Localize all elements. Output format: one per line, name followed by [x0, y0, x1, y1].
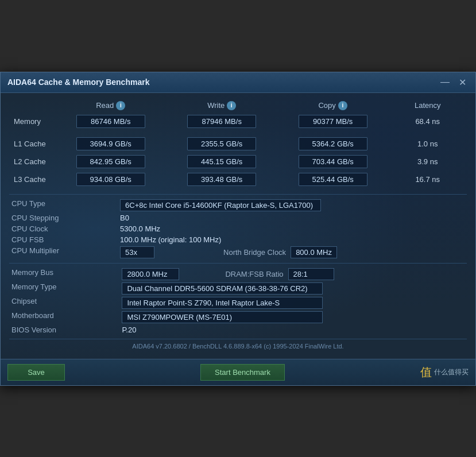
- bench-latency-2: 3.9 ns: [405, 157, 451, 166]
- bench-copy-3: 525.44 GB/s: [299, 173, 367, 186]
- bench-label-1: L1 Cache: [9, 135, 55, 153]
- bench-latency-1: 1.0 ns: [405, 140, 451, 148]
- north-bridge-clock-label: North Bridge Clock: [223, 248, 286, 257]
- bench-label-0: Memory: [9, 113, 55, 130]
- north-bridge-clock-value: 800.0 MHz: [291, 246, 337, 258]
- motherboard-value: MSI Z790MPOWER (MS-7E01): [122, 311, 323, 323]
- col-latency: Latency: [388, 99, 467, 113]
- cpu-stepping-value: B0: [120, 214, 129, 222]
- cpu-fsb-value: 100.0 MHz (original: 100 MHz): [120, 235, 221, 244]
- bench-label-3: L3 Cache: [9, 171, 55, 188]
- bench-label-2: L2 Cache: [9, 153, 55, 171]
- bench-row-0: Memory86746 MB/s87946 MB/s90377 MB/s68.4…: [9, 113, 467, 130]
- close-button[interactable]: ✕: [456, 77, 469, 88]
- benchmark-table: Read i Write i Copy i: [9, 99, 467, 188]
- dram-fsb-label: DRAM:FSB Ratio: [225, 270, 283, 278]
- cpu-clock-value: 5300.0 MHz: [120, 224, 160, 233]
- cpu-type-value: 6C+8c Intel Core i5-14600KF (Raptor Lake…: [120, 199, 321, 211]
- bios-row: BIOS Version P.20: [9, 324, 467, 335]
- minimize-button[interactable]: —: [438, 77, 452, 87]
- divider-2: [9, 263, 467, 264]
- col-read: Read i: [55, 99, 166, 113]
- cpu-stepping-row: CPU Stepping B0: [9, 212, 467, 223]
- bottom-bar: Save Start Benchmark 值 什么值得买: [1, 359, 475, 385]
- bench-row-3: L3 Cache934.08 GB/s393.48 GB/s525.44 GB/…: [9, 171, 467, 188]
- memory-bus-row: Memory Bus 2800.0 MHz DRAM:FSB Ratio 28:…: [9, 267, 467, 281]
- cpu-multiplier-row: CPU Multiplier 53x North Bridge Clock 80…: [9, 245, 467, 260]
- title-bar: AIDA64 Cache & Memory Benchmark — ✕: [1, 72, 475, 93]
- col-write: Write i: [166, 99, 277, 113]
- window-title: AIDA64 Cache & Memory Benchmark: [7, 78, 149, 87]
- bench-write-2: 445.15 GB/s: [187, 155, 256, 168]
- bench-latency-3: 16.7 ns: [405, 175, 451, 184]
- main-window: AIDA64 Cache & Memory Benchmark — ✕ Read…: [0, 72, 476, 386]
- write-info-icon[interactable]: i: [227, 101, 236, 110]
- bench-latency-0: 68.4 ns: [405, 117, 451, 126]
- chipset-row: Chipset Intel Raptor Point-S Z790, Intel…: [9, 296, 467, 310]
- motherboard-row: Motherboard MSI Z790MPOWER (MS-7E01): [9, 310, 467, 324]
- col-copy: Copy i: [277, 99, 388, 113]
- cpu-fsb-row: CPU FSB 100.0 MHz (original: 100 MHz): [9, 234, 467, 245]
- bench-read-1: 3694.9 GB/s: [76, 137, 145, 150]
- divider-1: [9, 194, 467, 195]
- bench-copy-1: 5364.2 GB/s: [299, 137, 367, 150]
- watermark-text: 什么值得买: [434, 367, 469, 377]
- cpu-type-row: CPU Type 6C+8c Intel Core i5-14600KF (Ra…: [9, 198, 467, 212]
- bench-row-1: L1 Cache3694.9 GB/s2355.5 GB/s5364.2 GB/…: [9, 135, 467, 153]
- memory-bus-value: 2800.0 MHz: [122, 268, 179, 280]
- bios-value: P.20: [122, 326, 136, 334]
- memory-info-table: Memory Bus 2800.0 MHz DRAM:FSB Ratio 28:…: [9, 267, 467, 335]
- bench-copy-2: 703.44 GB/s: [299, 155, 367, 168]
- bench-read-3: 934.08 GB/s: [76, 173, 145, 186]
- start-benchmark-button[interactable]: Start Benchmark: [200, 364, 285, 381]
- main-content: Read i Write i Copy i: [1, 93, 475, 359]
- window-controls: — ✕: [438, 77, 469, 88]
- bench-write-3: 393.48 GB/s: [187, 173, 256, 186]
- memory-type-value: Dual Channel DDR5-5600 SDRAM (36-38-38-7…: [122, 282, 323, 295]
- cpu-info-table: CPU Type 6C+8c Intel Core i5-14600KF (Ra…: [9, 198, 467, 260]
- watermark: 值 什么值得买: [420, 365, 469, 380]
- copy-info-icon[interactable]: i: [338, 101, 347, 110]
- read-info-icon[interactable]: i: [116, 101, 125, 110]
- cpu-clock-row: CPU Clock 5300.0 MHz: [9, 223, 467, 234]
- bench-read-2: 842.95 GB/s: [76, 155, 145, 168]
- dram-fsb-value: 28:1: [288, 268, 334, 280]
- bench-read-0: 86746 MB/s: [76, 115, 145, 128]
- save-button[interactable]: Save: [7, 364, 65, 381]
- bench-write-0: 87946 MB/s: [187, 115, 256, 128]
- bench-write-1: 2355.5 GB/s: [187, 137, 256, 150]
- bench-copy-0: 90377 MB/s: [299, 115, 367, 128]
- memory-type-row: Memory Type Dual Channel DDR5-5600 SDRAM…: [9, 281, 467, 296]
- chipset-value: Intel Raptor Point-S Z790, Intel Raptor …: [122, 297, 323, 309]
- bench-row-2: L2 Cache842.95 GB/s445.15 GB/s703.44 GB/…: [9, 153, 467, 171]
- cpu-multiplier-value: 53x: [120, 246, 154, 258]
- footer-text: AIDA64 v7.20.6802 / BenchDLL 4.6.889.8-x…: [9, 339, 467, 353]
